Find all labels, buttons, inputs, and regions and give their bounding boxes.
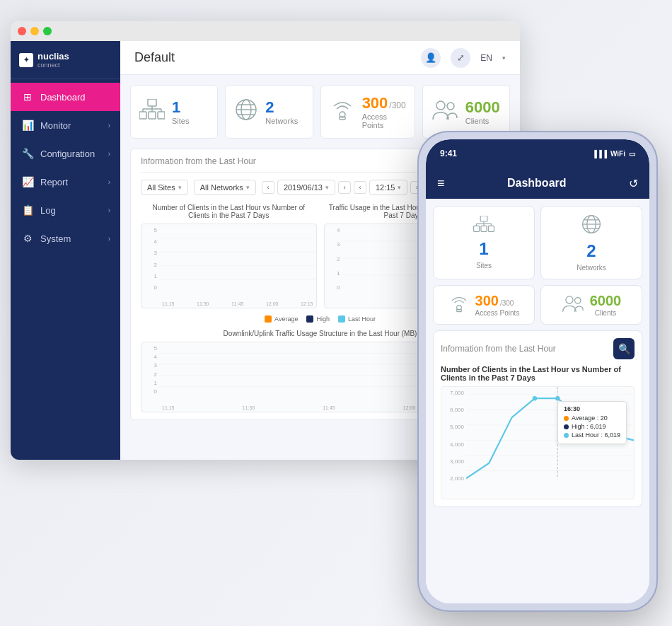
- header-icons: 👤 ⤢ EN ▾: [421, 48, 506, 68]
- sites-icon: [139, 99, 165, 124]
- wifi-icon: WiFi: [610, 150, 625, 158]
- svg-point-45: [566, 296, 573, 303]
- phone-stat-label-clients: Clients: [590, 309, 622, 317]
- time-arrow: ▾: [398, 184, 401, 191]
- svg-point-16: [436, 101, 445, 110]
- sidebar-item-monitor[interactable]: 📊 Monitor ›: [11, 111, 120, 139]
- sites-filter[interactable]: All Sites ▾: [141, 180, 188, 195]
- sidebar-item-config-label: Configuration: [40, 149, 95, 159]
- sidebar: ✦ nuclias connect ⊞ Dashboard 📊 Monitor …: [11, 41, 120, 460]
- sites-filter-arrow: ▾: [178, 184, 182, 191]
- stat-info-sites: 1 Sites: [172, 98, 189, 125]
- phone-time: 9:41: [440, 149, 457, 158]
- svg-rect-32: [488, 226, 494, 231]
- chart-clients: Number of Clients in the Last Hour vs Nu…: [141, 204, 317, 308]
- time-value: 12:15: [376, 183, 395, 192]
- sidebar-item-report-label: Report: [40, 177, 68, 187]
- phone-ap-icon: [448, 294, 470, 316]
- phone-chart-title: Number of Clients in the Last Hour vs Nu…: [441, 365, 635, 382]
- system-arrow: ›: [108, 235, 110, 243]
- date-next-btn[interactable]: ›: [338, 181, 351, 194]
- language-selector[interactable]: EN: [480, 53, 492, 63]
- svg-point-46: [574, 297, 580, 303]
- phone-refresh-icon[interactable]: ↺: [629, 177, 638, 190]
- stat-label-sites: Sites: [172, 117, 189, 125]
- networks-filter-arrow: ▾: [246, 184, 250, 191]
- user-icon[interactable]: 👤: [421, 48, 441, 68]
- phone-stat-value-networks: 2: [586, 241, 596, 261]
- window-titlebar: [11, 21, 520, 41]
- phone-info-title: Information from the Last Hour: [441, 344, 556, 354]
- clients-icon: [431, 100, 458, 124]
- phone-networks-icon: [581, 214, 602, 238]
- stat-value-networks: 2: [265, 98, 298, 117]
- page-title: Default: [134, 50, 414, 65]
- sidebar-item-dashboard[interactable]: ⊞ Dashboard: [11, 83, 120, 111]
- phone-y-labels: 7,000 6,000 5,000 4,000 3,000 2,000: [441, 387, 466, 485]
- dashboard-icon: ⊞: [21, 90, 35, 104]
- svg-rect-3: [158, 112, 165, 119]
- time-filter[interactable]: 12:15 ▾: [369, 180, 408, 195]
- window-close-btn[interactable]: [18, 27, 26, 35]
- svg-rect-29: [480, 216, 487, 221]
- phone-ap-stats: 300 /300 Access Points: [475, 293, 520, 317]
- date-filter[interactable]: 2019/06/13 ▾: [277, 180, 335, 195]
- date-value: 2019/06/13: [284, 183, 323, 192]
- tooltip-time: 16:30: [564, 405, 620, 412]
- chart-clients-x-axis: 11:1511:3011:4512:0012:15: [159, 300, 316, 308]
- share-icon[interactable]: ⤢: [451, 48, 470, 68]
- sidebar-item-report[interactable]: 📈 Report ›: [11, 168, 120, 196]
- report-icon: 📈: [21, 175, 35, 189]
- sidebar-item-monitor-label: Monitor: [40, 120, 71, 131]
- legend-average-dot: [265, 315, 272, 323]
- phone-stats-row-1: 1 Sites 2: [433, 206, 642, 279]
- stat-info-ap: 300 /300 Access Points: [362, 94, 406, 129]
- phone-stat-sub-ap: /300: [500, 299, 514, 307]
- tooltip-average-value: Average : 20: [572, 415, 608, 422]
- window-minimize-btn[interactable]: [30, 27, 39, 35]
- time-prev-btn[interactable]: ‹: [354, 181, 366, 194]
- config-arrow: ›: [108, 150, 110, 158]
- tooltip-last-hour-value: Last Hour : 6,019: [572, 431, 620, 439]
- chart-clients-title: Number of Clients in the Last Hour vs Nu…: [141, 204, 317, 219]
- sidebar-item-log-label: Log: [40, 205, 56, 216]
- sidebar-nav: ⊞ Dashboard 📊 Monitor › 🔧 Configuration …: [11, 79, 120, 460]
- tooltip-average-dot: [564, 416, 569, 421]
- chart-downlink-y-axis: 543210: [141, 342, 159, 398]
- date-nav: ‹ 2019/06/13 ▾ › ‹ 12:15 ▾: [262, 180, 439, 195]
- sidebar-item-dashboard-label: Dashboard: [40, 92, 86, 103]
- phone-clients-icon: [562, 295, 584, 315]
- sidebar-item-configuration[interactable]: 🔧 Configuration ›: [11, 139, 120, 168]
- sidebar-item-system-label: System: [40, 233, 71, 244]
- mobile-phone: 9:41 ▐▐▐ WiFi ▭ ≡ Dashboard ↺: [417, 131, 658, 612]
- date-prev-btn[interactable]: ‹: [262, 181, 274, 194]
- phone-search-btn[interactable]: 🔍: [613, 338, 635, 359]
- legend-high: High: [306, 315, 330, 323]
- sidebar-item-log[interactable]: 📋 Log ›: [11, 196, 120, 224]
- phone-stats-row-2: 300 /300 Access Points: [433, 285, 642, 325]
- legend-last-hour-label: Last Hour: [348, 315, 376, 323]
- networks-filter[interactable]: All Networks ▾: [194, 180, 256, 195]
- svg-rect-30: [474, 226, 480, 231]
- hamburger-icon[interactable]: ≡: [437, 176, 445, 191]
- log-arrow: ›: [108, 207, 110, 214]
- phone-info-section: Information from the Last Hour 🔍 Number …: [433, 330, 642, 507]
- phone-nav-title: Dashboard: [507, 177, 567, 190]
- phone-stat-value-ap: 300: [475, 293, 499, 309]
- networks-filter-label: All Networks: [200, 183, 243, 192]
- sidebar-item-system[interactable]: ⚙ System ›: [11, 224, 120, 253]
- stat-card-networks: 2 Networks: [225, 85, 313, 139]
- phone-stat-clients: 6000 Clients: [540, 285, 642, 325]
- phone-stat-sites: 1 Sites: [433, 206, 535, 279]
- logo-text: nuclias: [37, 51, 69, 62]
- tooltip-last-hour-dot: [564, 433, 569, 438]
- stat-card-sites: 1 Sites: [130, 85, 218, 139]
- svg-rect-15: [340, 117, 345, 120]
- tooltip-high-value: High : 6,019: [572, 423, 606, 430]
- window-maximize-btn[interactable]: [43, 27, 52, 35]
- tooltip-high-dot: [564, 424, 569, 429]
- scene: ✦ nuclias connect ⊞ Dashboard 📊 Monitor …: [0, 0, 672, 626]
- logo-icon: ✦: [19, 53, 33, 67]
- phone-stat-label-ap: Access Points: [475, 309, 520, 317]
- svg-point-53: [533, 396, 537, 400]
